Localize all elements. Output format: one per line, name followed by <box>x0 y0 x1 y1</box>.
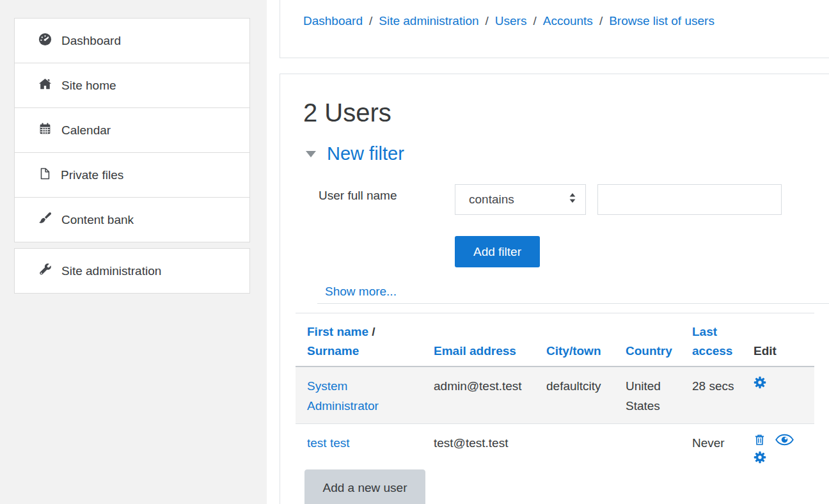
wrench-icon <box>38 262 52 280</box>
user-profile-link[interactable]: System Administrator <box>307 379 379 413</box>
add-new-user-button[interactable]: Add a new user <box>304 469 425 504</box>
table-row: System Administrator admin@test.test def… <box>296 366 814 424</box>
collapse-caret-icon <box>306 151 316 157</box>
column-header-name: First name / Surname <box>296 313 422 367</box>
sidebar-item-label: Dashboard <box>61 34 121 48</box>
settings-icon[interactable] <box>754 451 766 464</box>
sidebar-item-label: Calendar <box>61 123 111 138</box>
show-more-link[interactable]: Show more... <box>325 285 397 299</box>
cell-country: United States <box>614 366 681 424</box>
file-icon <box>38 166 52 184</box>
sidebar-item-content-bank[interactable]: Content bank <box>14 197 250 242</box>
users-table: First name / Surname Email address City/… <box>296 313 814 471</box>
content-card: 2 Users New filter User full name contai… <box>280 74 829 504</box>
cell-last-access: Never <box>681 424 742 472</box>
breadcrumb-separator: / <box>599 14 603 28</box>
sort-country-link[interactable]: Country <box>626 344 672 358</box>
sidebar-item-site-administration[interactable]: Site administration <box>14 248 250 294</box>
user-profile-link[interactable]: test test <box>307 436 350 450</box>
breadcrumb-separator: / <box>533 14 536 28</box>
filter-value-input[interactable] <box>597 184 782 215</box>
cell-country <box>614 424 681 472</box>
cell-name: System Administrator <box>296 366 422 424</box>
hide-icon[interactable] <box>775 434 794 446</box>
filter-operator-value: contains <box>469 193 569 207</box>
sidebar: Dashboard Site home Calendar Private fil… <box>0 0 267 504</box>
name-separator: / <box>368 325 375 338</box>
fieldset-divider <box>317 303 829 304</box>
column-header-city: City/town <box>535 313 614 367</box>
column-header-email: Email address <box>422 313 535 367</box>
sidebar-nav-group-main: Dashboard Site home Calendar Private fil… <box>14 18 250 242</box>
sort-city-link[interactable]: City/town <box>546 344 601 358</box>
breadcrumb-card: Dashboard/Site administration/Users/Acco… <box>280 0 829 58</box>
add-filter-button[interactable]: Add filter <box>455 236 540 267</box>
column-header-country: Country <box>614 313 681 367</box>
breadcrumb-link-dashboard[interactable]: Dashboard <box>303 14 363 28</box>
sort-email-link[interactable]: Email address <box>434 344 516 358</box>
sidebar-item-dashboard[interactable]: Dashboard <box>14 18 250 63</box>
breadcrumb-separator: / <box>369 14 372 28</box>
column-header-last-access: Last access <box>681 313 742 367</box>
sort-last-access-link[interactable]: Last access <box>692 325 732 358</box>
paintbrush-icon <box>38 211 52 229</box>
table-header-row: First name / Surname Email address City/… <box>296 313 814 367</box>
delete-icon[interactable] <box>754 433 766 446</box>
sidebar-item-label: Private files <box>61 168 123 182</box>
cell-city: defaultcity <box>535 366 614 424</box>
user-full-name-label: User full name <box>319 187 397 205</box>
column-header-edit: Edit <box>742 313 814 367</box>
new-filter-link: New filter <box>327 143 404 164</box>
sort-first-name-link[interactable]: First name <box>307 325 368 338</box>
filter-operator-select[interactable]: contains <box>455 184 586 215</box>
cell-email: admin@test.test <box>422 366 535 424</box>
cell-last-access: 28 secs <box>681 366 742 424</box>
sidebar-item-label: Site home <box>61 79 116 93</box>
page-title: 2 Users <box>303 97 391 128</box>
settings-icon[interactable] <box>754 376 766 389</box>
cell-name: test test <box>296 424 422 472</box>
cell-edit <box>742 366 814 424</box>
home-icon <box>38 77 52 95</box>
breadcrumb-separator: / <box>486 14 489 28</box>
sidebar-item-site-home[interactable]: Site home <box>14 63 250 108</box>
cell-city <box>535 424 614 472</box>
new-filter-toggle[interactable]: New filter <box>306 143 404 164</box>
breadcrumb-link-site-administration[interactable]: Site administration <box>379 14 478 28</box>
sidebar-item-label: Site administration <box>61 264 161 278</box>
breadcrumb: Dashboard/Site administration/Users/Acco… <box>280 0 829 28</box>
sidebar-item-calendar[interactable]: Calendar <box>14 107 250 153</box>
breadcrumb-link-browse-list-of-users[interactable]: Browse list of users <box>609 14 715 28</box>
sidebar-nav-group-admin: Site administration <box>14 248 250 294</box>
cell-email: test@test.test <box>422 424 535 472</box>
sidebar-item-label: Content bank <box>61 213 134 227</box>
breadcrumb-link-users[interactable]: Users <box>495 14 527 28</box>
users-table-wrap: First name / Surname Email address City/… <box>296 313 814 471</box>
select-updown-icon <box>569 193 576 207</box>
calendar-icon <box>38 122 52 139</box>
cell-edit <box>742 424 814 472</box>
sort-surname-link[interactable]: Surname <box>307 344 359 358</box>
table-row: test test test@test.test Never <box>296 424 814 472</box>
sidebar-item-private-files[interactable]: Private files <box>14 152 250 198</box>
breadcrumb-link-accounts[interactable]: Accounts <box>543 14 593 28</box>
main-region: Dashboard/Site administration/Users/Acco… <box>267 0 829 504</box>
dashboard-icon <box>38 32 52 50</box>
